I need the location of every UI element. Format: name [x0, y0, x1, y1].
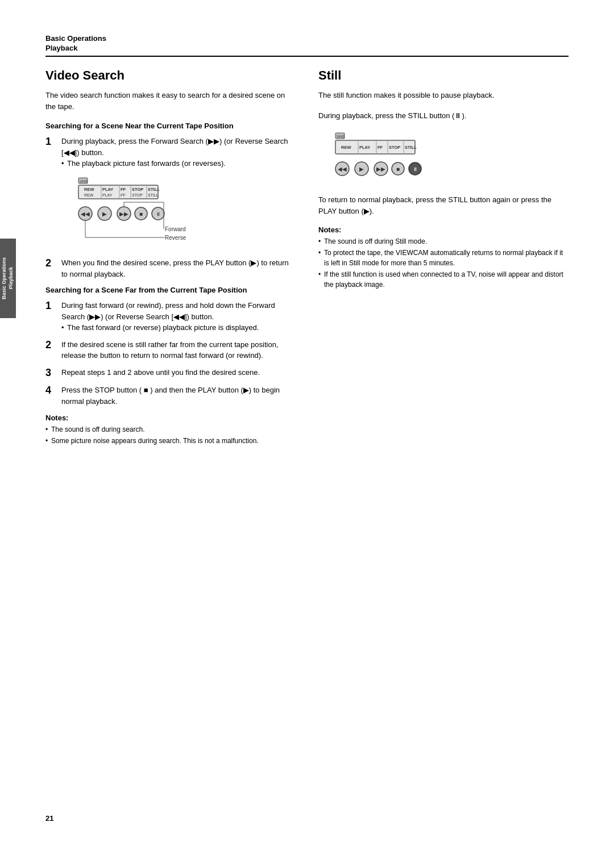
left-intro: The video search function makes it easy …: [45, 90, 296, 112]
svg-text:STILL: STILL: [148, 187, 160, 192]
step1-content: During playback, press the Forward Searc…: [61, 136, 296, 252]
sub2-step4-number: 4: [45, 385, 57, 407]
sub2-step1-number: 1: [45, 300, 57, 333]
subsection2-title: Searching for a Scene Far from the Curre…: [45, 285, 296, 295]
svg-text:VHS: VHS: [337, 135, 345, 139]
sub2-step2-content: If the desired scene is still rather far…: [61, 339, 296, 361]
sub2-step2-number: 2: [45, 339, 57, 361]
right-return-text: To return to normal playback, press the …: [318, 194, 569, 216]
step1-bullet: The playback picture fast forwards (or r…: [61, 158, 296, 169]
sub2-step1-bullet: The fast forward (or reverse) playback p…: [61, 322, 296, 333]
subsection1-title: Searching for a Scene Near the Current T…: [45, 121, 296, 131]
svg-text:STOP: STOP: [132, 187, 143, 192]
sub2-step1-text: During fast forward (or rewind), press a…: [61, 301, 275, 321]
svg-text:■: ■: [139, 211, 143, 217]
side-tab-text: Basic OperationsPlayback: [1, 257, 14, 299]
svg-text:REW: REW: [84, 187, 94, 192]
svg-text:▶▶: ▶▶: [376, 166, 385, 172]
right-notes: Notes: The sound is off during Still mod…: [318, 226, 569, 290]
svg-text:⏸: ⏸: [156, 211, 161, 217]
side-tab: Basic OperationsPlayback: [0, 239, 16, 318]
svg-text:■: ■: [396, 166, 400, 172]
sub2-step2-container: 2 If the desired scene is still rather f…: [45, 339, 296, 361]
svg-text:Reverse Search button: Reverse Search button: [165, 235, 186, 241]
right-column: Still The still function makes it possib…: [318, 68, 569, 447]
right-step-text: During playback, press the STILL button …: [318, 110, 569, 122]
right-intro: The still function makes it possible to …: [318, 90, 569, 101]
header-section: Basic Operations Playback: [0, 0, 614, 57]
right-section-title: Still: [318, 68, 569, 83]
left-section-title: Video Search: [45, 68, 296, 83]
left-note-1: The sound is off during search.: [45, 424, 296, 435]
right-note-2: To protect the tape, the VIEWCAM automat…: [318, 248, 569, 268]
step1-text: During playback, press the Forward Searc…: [61, 137, 288, 157]
page-number: 21: [45, 814, 53, 823]
header-label2: Playback: [45, 44, 569, 52]
two-col-layout: Video Search The video search function m…: [0, 68, 614, 447]
svg-text:STILL: STILL: [405, 145, 417, 150]
step2-number: 2: [45, 257, 57, 279]
left-notes-title: Notes:: [45, 414, 296, 422]
svg-text:▶: ▶: [102, 211, 107, 217]
device-diagram-1: VHS REW PLAY FF STOP STILL: [73, 175, 296, 247]
svg-text:STOP: STOP: [389, 145, 400, 150]
left-note-2: Some picture noise appears during search…: [45, 436, 296, 446]
svg-text:STILL: STILL: [148, 193, 159, 197]
right-note-1: The sound is off during Still mode.: [318, 236, 569, 247]
sub2-step3-container: 3 Repeat steps 1 and 2 above until you f…: [45, 367, 296, 379]
svg-text:FF: FF: [121, 193, 126, 197]
header-rule: [45, 56, 569, 57]
svg-text:FF: FF: [377, 145, 383, 150]
device-diagram-still: VHS REW PLAY FF STOP STILL ◀◀: [330, 130, 569, 189]
right-notes-title: Notes:: [318, 226, 569, 234]
svg-text:▶: ▶: [359, 166, 364, 172]
page-container: Basic OperationsPlayback Basic Operation…: [0, 0, 614, 868]
header-label1: Basic Operations: [45, 34, 569, 43]
svg-text:Forward Search button: Forward Search button: [165, 226, 186, 232]
svg-text:REW: REW: [341, 145, 351, 150]
svg-text:◀◀: ◀◀: [338, 166, 347, 172]
svg-text:PLAY: PLAY: [102, 193, 113, 197]
sub2-step1-container: 1 During fast forward (or rewind), press…: [45, 300, 296, 333]
svg-text:PLAY: PLAY: [102, 187, 113, 192]
sub2-step4-content: Press the STOP button ( ■ ) and then the…: [61, 385, 296, 407]
svg-text:PLAY: PLAY: [359, 145, 370, 150]
step2-content: When you find the desired scene, press t…: [61, 257, 296, 279]
step1-container: 1 During playback, press the Forward Sea…: [45, 136, 296, 252]
sub2-step4-container: 4 Press the STOP button ( ■ ) and then t…: [45, 385, 296, 407]
svg-text:VHS: VHS: [80, 180, 88, 183]
svg-text:REW: REW: [84, 193, 94, 197]
svg-text:STOP: STOP: [132, 193, 143, 197]
left-column: Video Search The video search function m…: [45, 68, 296, 447]
step1-number: 1: [45, 136, 57, 252]
left-notes: Notes: The sound is off during search. S…: [45, 414, 296, 446]
sub2-step1-content: During fast forward (or rewind), press a…: [61, 300, 296, 333]
svg-text:⏸: ⏸: [413, 166, 418, 172]
sub2-step3-number: 3: [45, 367, 57, 379]
device-svg-1: VHS REW PLAY FF STOP STILL: [73, 175, 186, 243]
svg-text:FF: FF: [121, 187, 126, 192]
sub2-step3-content: Repeat steps 1 and 2 above until you fin…: [61, 367, 296, 379]
step2-container: 2 When you find the desired scene, press…: [45, 257, 296, 279]
right-note-3: If the still function is used when conne…: [318, 269, 569, 290]
svg-text:◀◀: ◀◀: [81, 211, 90, 217]
still-device-svg: VHS REW PLAY FF STOP STILL ◀◀: [330, 130, 443, 187]
svg-text:▶▶: ▶▶: [119, 211, 128, 217]
